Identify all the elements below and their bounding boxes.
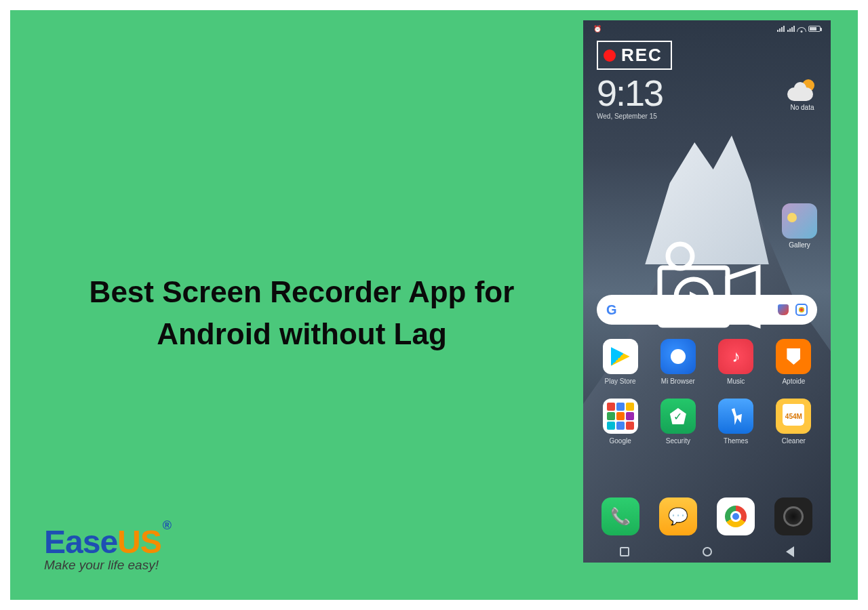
dock-phone[interactable] bbox=[601, 497, 639, 535]
svg-point-0 bbox=[668, 244, 692, 268]
status-bar: ⏰ bbox=[583, 20, 831, 37]
lens-icon[interactable] bbox=[795, 304, 808, 316]
aptoide-icon bbox=[776, 339, 811, 374]
weather-widget[interactable]: No data bbox=[787, 78, 817, 111]
app-play-store[interactable]: Play Store bbox=[597, 339, 644, 385]
clock-date: Wed, September 15 bbox=[597, 113, 663, 120]
camcorder-overlay-icon bbox=[646, 237, 768, 342]
app-label: Themes bbox=[713, 437, 760, 445]
weather-label: No data bbox=[787, 104, 817, 111]
rec-label: REC bbox=[621, 45, 663, 66]
mi-browser-icon bbox=[660, 339, 696, 374]
clock-time: 9:13 bbox=[597, 75, 663, 111]
dock-camera[interactable] bbox=[774, 497, 812, 535]
battery-icon bbox=[808, 26, 821, 32]
app-security[interactable]: Security bbox=[654, 399, 701, 445]
google-logo-icon: G bbox=[606, 302, 617, 318]
app-label: Aptoide bbox=[770, 378, 817, 385]
nav-bar bbox=[583, 541, 831, 563]
status-left: ⏰ bbox=[593, 25, 601, 33]
app-google-folder[interactable]: Google bbox=[597, 399, 644, 445]
app-label: Security bbox=[654, 437, 701, 445]
music-icon bbox=[718, 339, 753, 374]
status-right bbox=[777, 24, 821, 33]
clock-widget: 9:13 Wed, September 15 bbox=[597, 75, 663, 120]
dock-messages[interactable] bbox=[659, 497, 697, 535]
dock-chrome[interactable] bbox=[717, 497, 755, 535]
app-music[interactable]: Music bbox=[713, 339, 760, 385]
app-mi-browser[interactable]: Mi Browser bbox=[654, 339, 701, 385]
nav-back-button[interactable] bbox=[786, 546, 794, 557]
themes-icon bbox=[718, 399, 753, 434]
gallery-label: Gallery bbox=[782, 241, 817, 249]
promo-canvas: Best Screen Recorder App for Android wit… bbox=[10, 10, 858, 600]
security-icon bbox=[660, 399, 696, 434]
weather-icon bbox=[787, 78, 817, 101]
app-label: Google bbox=[597, 437, 644, 445]
nav-home-button[interactable] bbox=[703, 547, 712, 556]
app-cleaner[interactable]: Cleaner bbox=[770, 399, 817, 445]
app-themes[interactable]: Themes bbox=[713, 399, 760, 445]
play-store-icon bbox=[603, 339, 638, 374]
brand-us: US bbox=[117, 524, 161, 560]
wifi-icon bbox=[797, 24, 806, 33]
app-label: Music bbox=[713, 378, 760, 385]
google-search-bar[interactable]: G bbox=[597, 295, 817, 325]
rec-indicator: REC bbox=[597, 41, 672, 70]
app-label: Play Store bbox=[597, 378, 644, 385]
app-label: Mi Browser bbox=[654, 378, 701, 385]
signal-icon-2 bbox=[787, 26, 795, 32]
gallery-icon bbox=[782, 203, 817, 239]
app-label: Cleaner bbox=[770, 437, 817, 445]
alarm-icon: ⏰ bbox=[593, 25, 601, 33]
google-folder-icon bbox=[603, 399, 638, 434]
app-grid: Play StoreMi BrowserMusicAptoideGoogleSe… bbox=[597, 339, 817, 445]
headline-text: Best Screen Recorder App for Android wit… bbox=[58, 271, 546, 354]
brand-logo: EaseUS® Make your life easy! bbox=[44, 523, 170, 573]
phone-mockup: ⏰ REC 9:13 Wed, September 15 No data bbox=[583, 20, 831, 563]
rec-dot-icon bbox=[604, 49, 616, 62]
gallery-shortcut[interactable]: Gallery bbox=[782, 203, 817, 249]
mic-icon[interactable] bbox=[778, 304, 789, 315]
signal-icon bbox=[777, 26, 785, 32]
cleaner-icon bbox=[776, 399, 811, 434]
app-aptoide[interactable]: Aptoide bbox=[770, 339, 817, 385]
nav-recents-button[interactable] bbox=[620, 547, 629, 556]
dock bbox=[597, 497, 817, 535]
registered-icon: ® bbox=[163, 518, 171, 532]
brand-ease: Ease bbox=[44, 524, 117, 560]
brand-name: EaseUS® bbox=[44, 523, 170, 561]
brand-tagline: Make your life easy! bbox=[44, 558, 170, 573]
